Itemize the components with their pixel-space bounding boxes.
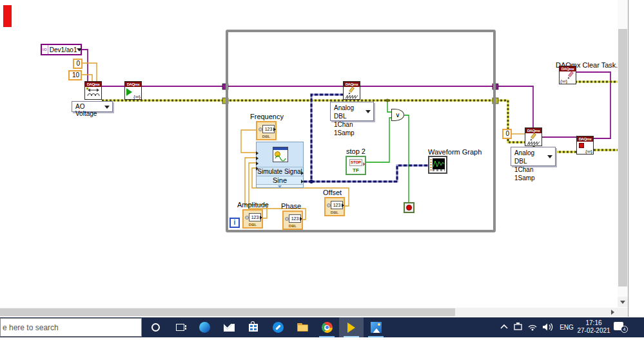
stop2-label: stop 2 [346, 147, 366, 155]
language-indicator[interactable]: ENG [557, 317, 576, 337]
sine-output-arrow [301, 180, 304, 183]
graph-bottom-ticks [433, 169, 445, 171]
daqmx-write-node[interactable]: DAQmx [343, 81, 360, 100]
dbl-tag: DBL [244, 222, 262, 227]
scrollbar-corner [618, 308, 628, 317]
output-arrow-icon [342, 203, 344, 207]
expand-row[interactable] [257, 184, 303, 187]
constant-zero-right[interactable]: 0 [502, 129, 512, 139]
daqmx-stop-task-node[interactable]: DAQmx {∞} [576, 136, 594, 155]
amplitude-control[interactable]: 123 DBL [242, 209, 263, 229]
edge-icon [199, 322, 210, 333]
vertical-scrollbar[interactable] [618, 0, 628, 307]
clock-time: 17:16 [576, 319, 612, 327]
wifi-icon[interactable] [529, 325, 536, 330]
scroll-down-button[interactable] [618, 297, 628, 307]
daqmx-create-channel-node[interactable]: DAQmx [84, 81, 102, 100]
signal-type-row[interactable]: Sine [257, 176, 303, 184]
labview-block-diagram-screen: i I/O Dev1/ao1 0 10 DAQmx AO Voltage DAQ… [0, 0, 644, 347]
simulate-signal-express-vi[interactable]: Simulate Signal Sine [256, 142, 304, 188]
daqmx-node-header: DAQmx [525, 128, 542, 133]
chrome-button[interactable] [315, 317, 339, 337]
language-code: ENG [560, 324, 574, 331]
edge-button[interactable] [192, 317, 217, 337]
dropdown-arrow-icon [104, 106, 110, 109]
labview-running-indicator [344, 336, 359, 337]
vertical-scrollbar-thumb[interactable] [618, 29, 627, 286]
frequency-control[interactable]: 123 DBL [256, 121, 277, 140]
settings-button[interactable] [266, 317, 290, 337]
file-explorer-button[interactable] [290, 317, 315, 337]
scroll-right-button[interactable] [607, 308, 618, 317]
physical-channel-constant[interactable]: I/O Dev1/ao1 [41, 44, 82, 55]
channel-dropdown-icon[interactable] [77, 48, 82, 52]
stop2-boolean-control[interactable]: STOP TF [346, 156, 366, 175]
taskbar-search-input[interactable]: e here to search [0, 318, 142, 337]
photos-running-indicator [368, 336, 384, 337]
clock-date: 27-02-2021 [576, 327, 612, 335]
daqmx-node-header: DAQmx [560, 66, 576, 71]
output-arrow-icon [260, 216, 262, 220]
horizontal-scrollbar[interactable] [0, 308, 618, 317]
labview-button-active[interactable] [339, 317, 364, 337]
daqmx-start-task-node[interactable]: DAQmx {∞} [124, 81, 142, 100]
output-arrow-icon [363, 162, 366, 166]
write-type-line1: Analog DBL [514, 149, 546, 165]
write-type-dropdown[interactable]: Analog DBL 1Chan 1Samp [330, 102, 374, 121]
mail-button[interactable] [217, 317, 241, 337]
daqmx-write-node-final[interactable]: DAQmx [525, 127, 542, 146]
iteration-terminal[interactable]: i [229, 218, 240, 228]
numeric-display: 123 [291, 216, 299, 221]
stop-sign-icon [406, 205, 412, 211]
write-type-line1: Analog DBL [334, 104, 364, 120]
cortana-button[interactable] [143, 317, 168, 337]
simulate-signal-title: Simulate Signal [257, 167, 303, 176]
arrow-down-icon [620, 301, 625, 304]
tf-text: TF [353, 167, 359, 173]
numeric-display: 123 [251, 215, 259, 220]
volume-icon[interactable] [543, 324, 552, 331]
offset-control[interactable]: 123 DBL [324, 197, 345, 216]
sim-input-arrow [256, 151, 259, 155]
constant-ten[interactable]: 10 [68, 70, 82, 80]
task-view-button[interactable] [168, 317, 192, 337]
stop-square-icon [579, 143, 584, 148]
photos-button[interactable] [364, 317, 388, 337]
task-glyph: {∞} [585, 149, 592, 155]
graph-axis-ticks [430, 159, 432, 171]
sim-input-arrow [256, 156, 259, 160]
io-icon: I/O [42, 45, 48, 54]
ao-voltage-dropdown[interactable]: AO Voltage [72, 101, 113, 112]
write-type-dropdown-final[interactable]: Analog DBL 1Chan 1Samp [511, 147, 556, 166]
constant-zero[interactable]: 0 [73, 59, 83, 69]
daqmx-clear-task-node[interactable]: DAQmx {∞} [559, 66, 576, 84]
clear-pencil-icon [567, 71, 576, 79]
labview-icon [347, 323, 355, 333]
waveform-icon [527, 141, 541, 145]
connect-device-icon[interactable] [514, 323, 522, 330]
windows-taskbar: e here to search [0, 317, 644, 337]
red-annotation-marker [3, 5, 12, 27]
daqmx-node-header: DAQmx [85, 82, 101, 87]
search-text: e here to search [3, 323, 59, 332]
notification-center-button[interactable]: 4 [614, 322, 628, 333]
numeric-display: 123 [333, 203, 341, 207]
stop-button-icon: STOP [349, 159, 362, 166]
phase-control[interactable]: 123 DBL [282, 211, 303, 230]
iteration-glyph: i [234, 219, 236, 226]
store-icon [249, 324, 258, 332]
channel-name: Dev1/ao1 [48, 46, 77, 53]
sim-input-arrow [256, 167, 259, 171]
photos-icon [371, 322, 382, 333]
chevron-up-icon[interactable] [501, 325, 507, 328]
store-button[interactable] [241, 317, 266, 337]
clock[interactable]: 17:16 27-02-2021 [576, 319, 612, 335]
horizontal-scrollbar-thumb[interactable] [0, 308, 455, 316]
pencil-icon [347, 87, 356, 95]
loop-condition-terminal[interactable] [404, 202, 415, 213]
write-type-line2: 1Chan 1Samp [514, 165, 546, 182]
waveform-graph-label: Waveform Graph [428, 148, 482, 156]
waveform-graph-terminal[interactable] [428, 156, 447, 174]
sim-input-arrow [256, 162, 259, 165]
dropdown-arrow-icon [366, 110, 371, 113]
